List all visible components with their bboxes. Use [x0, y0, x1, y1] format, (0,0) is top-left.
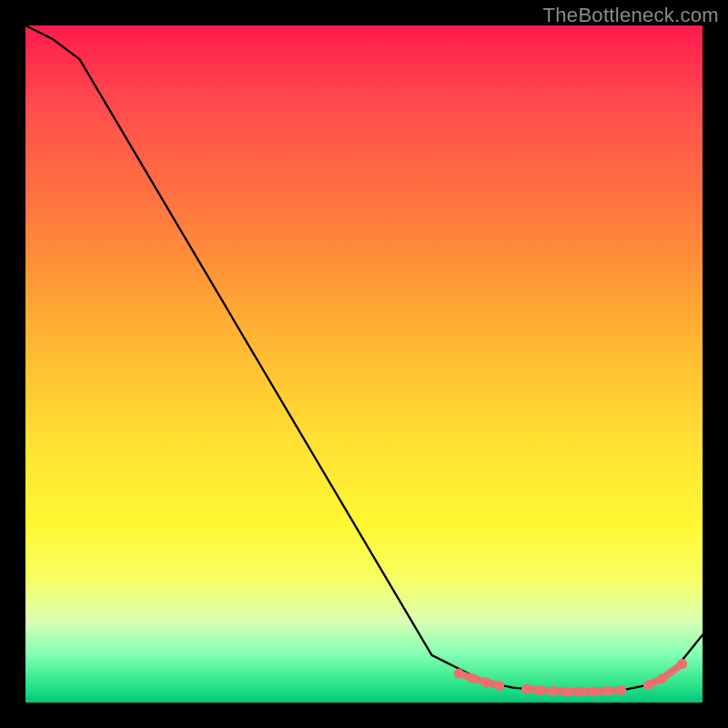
marker-dot — [521, 684, 531, 694]
marker-dot — [562, 687, 572, 697]
highlighted-range-markers — [454, 659, 688, 697]
marker-dot — [535, 685, 545, 695]
plot-area — [25, 25, 703, 703]
marker-dot — [468, 673, 478, 683]
marker-dot — [677, 659, 687, 669]
marker-dot — [480, 677, 490, 687]
marker-dot — [576, 687, 586, 697]
bottleneck-chart — [25, 25, 703, 703]
bottleneck-curve-line — [25, 25, 703, 692]
marker-dot — [657, 673, 667, 683]
marker-dot — [494, 681, 504, 691]
watermark-text: TheBottleneck.com — [543, 4, 719, 27]
marker-dot — [454, 669, 464, 679]
marker-dot — [549, 686, 559, 696]
marker-dot — [616, 685, 626, 695]
marker-dot — [643, 680, 653, 690]
marker-dot — [602, 686, 612, 696]
marker-dot — [589, 687, 599, 697]
